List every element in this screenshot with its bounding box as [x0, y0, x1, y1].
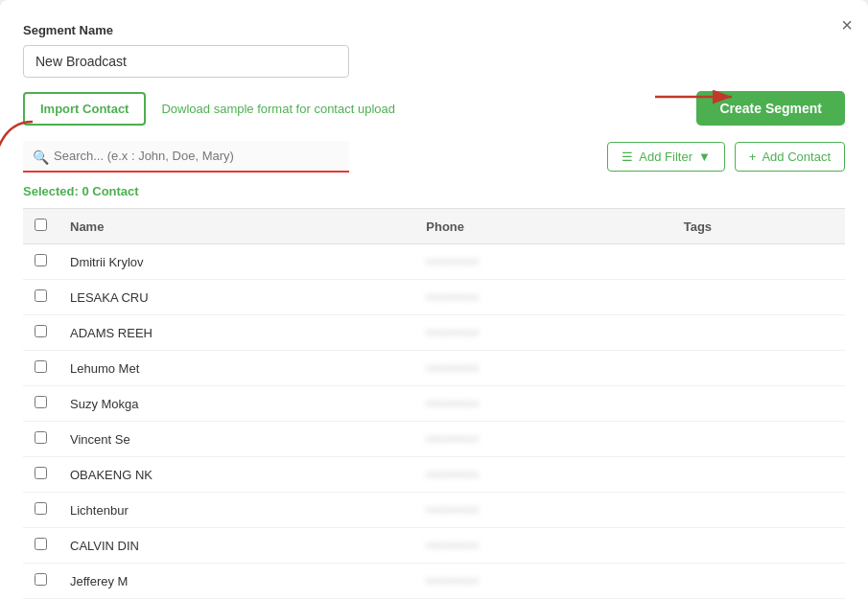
row-checkbox-cell: [23, 528, 59, 564]
row-phone: ••••••••••: [414, 280, 671, 315]
row-checkbox-cell: [23, 280, 59, 315]
download-sample-link[interactable]: Dowload sample format for contact upload: [161, 102, 395, 116]
row-checkbox-cell: [23, 315, 59, 351]
table-row: LESAKA CRU ••••••••••: [23, 280, 845, 315]
table-row: OBAKENG NK ••••••••••: [23, 457, 845, 493]
row-checkbox-cell: [23, 457, 59, 493]
row-tags: [672, 528, 845, 564]
row-name: Jefferey M: [59, 564, 414, 599]
row-tags: [672, 280, 845, 315]
search-icon: 🔍: [33, 150, 49, 165]
row-phone: ••••••••••: [414, 457, 671, 493]
header-checkbox-col: [23, 209, 59, 244]
segment-name-input[interactable]: [23, 45, 349, 78]
table-row: Vincent Se ••••••••••: [23, 422, 845, 457]
selected-prefix: Selected:: [23, 184, 82, 198]
table-row: Dmitrii Krylov ••••••••••: [23, 244, 845, 280]
table-row: Jefferey M ••••••••••: [23, 564, 845, 599]
close-button[interactable]: ×: [841, 15, 853, 35]
table-row: Lichtenbur ••••••••••: [23, 493, 845, 528]
row-checkbox-cell: [23, 244, 59, 280]
row-checkbox-cell: [23, 493, 59, 528]
row-phone: ••••••••••: [414, 351, 671, 386]
selected-info: Selected: 0 Contact: [23, 184, 845, 198]
row-tags: [672, 422, 845, 457]
row-phone: ••••••••••: [414, 386, 671, 422]
filter-icon: ☰: [622, 150, 633, 164]
segment-name-label: Segment Name: [23, 23, 845, 37]
row-name: OBAKENG NK: [59, 457, 414, 493]
row-checkbox-0[interactable]: [35, 254, 47, 266]
row-checkbox-3[interactable]: [35, 360, 47, 373]
row-name: LESAKA CRU: [59, 280, 414, 315]
row-checkbox-cell: [23, 422, 59, 457]
row-phone: ••••••••••: [414, 422, 671, 457]
add-filter-button[interactable]: ☰ Add Filter ▼: [607, 142, 725, 172]
table-row: Lehumo Met ••••••••••: [23, 351, 845, 386]
row-checkbox-cell: [23, 564, 59, 599]
arrow-create-segment: [655, 78, 741, 114]
row-tags: [672, 386, 845, 422]
add-contact-button[interactable]: + Add Contact: [735, 142, 845, 172]
table-row: ADAMS REEH ••••••••••: [23, 315, 845, 351]
row-phone: ••••••••••: [414, 528, 671, 564]
row-checkbox-5[interactable]: [35, 431, 47, 444]
table-row: Suzy Mokga ••••••••••: [23, 386, 845, 422]
header-tags: Tags: [672, 209, 845, 244]
plus-icon: +: [749, 150, 757, 164]
row-tags: [672, 564, 845, 599]
row-checkbox-7[interactable]: [35, 502, 47, 515]
row-tags: [672, 351, 845, 386]
row-phone: ••••••••••: [414, 244, 671, 280]
row-checkbox-6[interactable]: [35, 467, 47, 479]
contact-table: Name Phone Tags Dmitrii Krylov •••••••••…: [23, 208, 845, 599]
add-filter-label: Add Filter: [639, 150, 692, 164]
selected-count: 0 Contact: [82, 184, 138, 198]
row-checkbox-8[interactable]: [35, 538, 47, 550]
row-phone: ••••••••••: [414, 564, 671, 599]
row-tags: [672, 315, 845, 351]
row-checkbox-2[interactable]: [35, 325, 47, 337]
table-row: CALVIN DIN ••••••••••: [23, 528, 845, 564]
row-checkbox-4[interactable]: [35, 396, 47, 408]
modal-container: × Segment Name Import Contact Dowload sa…: [0, 0, 868, 600]
header-name: Name: [59, 209, 414, 244]
row-name: CALVIN DIN: [59, 528, 414, 564]
row-checkbox-cell: [23, 351, 59, 386]
row-name: ADAMS REEH: [59, 315, 414, 351]
row-name: Lichtenbur: [59, 493, 414, 528]
row-tags: [672, 493, 845, 528]
import-contact-button[interactable]: Import Contact: [23, 92, 146, 126]
select-all-checkbox[interactable]: [35, 219, 47, 231]
row-checkbox-9[interactable]: [35, 573, 47, 586]
toolbar-row: Import Contact Dowload sample format for…: [23, 91, 845, 126]
row-phone: ••••••••••: [414, 315, 671, 351]
row-checkbox-cell: [23, 386, 59, 422]
row-tags: [672, 457, 845, 493]
chevron-down-icon: ▼: [698, 150, 711, 164]
row-name: Dmitrii Krylov: [59, 244, 414, 280]
row-name: Vincent Se: [59, 422, 414, 457]
header-phone: Phone: [414, 209, 671, 244]
add-contact-label: Add Contact: [762, 150, 831, 164]
search-input[interactable]: [23, 141, 349, 173]
arrow-search: [0, 120, 35, 162]
row-name: Suzy Mokga: [59, 386, 414, 422]
table-header-row: Name Phone Tags: [23, 209, 845, 244]
row-phone: ••••••••••: [414, 493, 671, 528]
row-checkbox-1[interactable]: [35, 289, 47, 302]
row-tags: [672, 244, 845, 280]
row-name: Lehumo Met: [59, 351, 414, 386]
